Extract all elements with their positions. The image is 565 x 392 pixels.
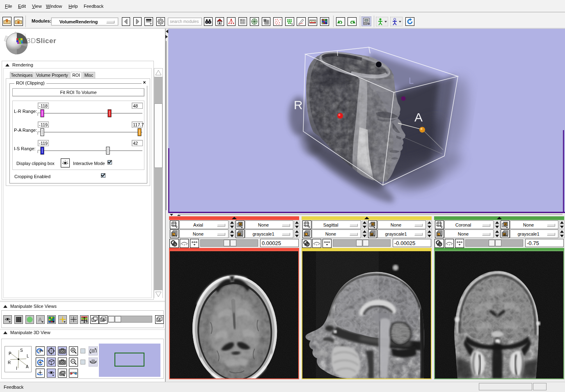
svg-text:L: L [173,233,175,236]
svg-text:L: L [305,233,307,236]
svg-text:R: R [8,360,11,365]
svg-text:A: A [38,316,42,323]
svg-text:L: L [409,76,414,86]
svg-text:B: B [503,233,506,236]
svg-text:F: F [372,222,374,226]
svg-text:P: P [9,351,11,356]
svg-text:B: B [103,317,105,321]
svg-text:F: F [159,317,161,321]
svg-text:I: I [16,366,17,371]
svg-text:L: L [27,354,29,358]
svg-text:B: B [371,233,373,236]
svg-text:F: F [505,222,507,226]
svg-text:A: A [414,110,423,124]
svg-text:S: S [20,348,23,353]
svg-text:B: B [238,233,241,236]
svg-text:A: A [26,364,29,369]
svg-text:F: F [240,222,242,226]
svg-text:R: R [294,98,303,112]
svg-text:L: L [438,233,440,236]
